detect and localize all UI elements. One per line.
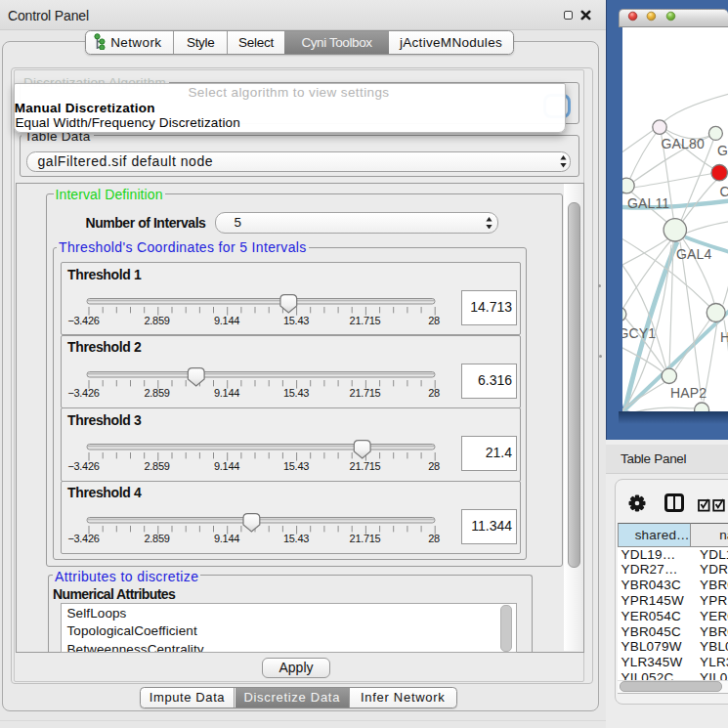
svg-text:GAL4: GAL4	[676, 246, 711, 262]
svg-text:HAP2: HAP2	[670, 385, 707, 401]
svg-text:GCY1: GCY1	[622, 324, 656, 340]
svg-text:GAL: GAL	[717, 142, 728, 157]
svg-text:HA: HA	[720, 329, 728, 345]
svg-text:CD: CD	[720, 184, 728, 199]
svg-text:GAL11: GAL11	[627, 195, 669, 211]
svg-text:GAL80: GAL80	[662, 135, 705, 150]
